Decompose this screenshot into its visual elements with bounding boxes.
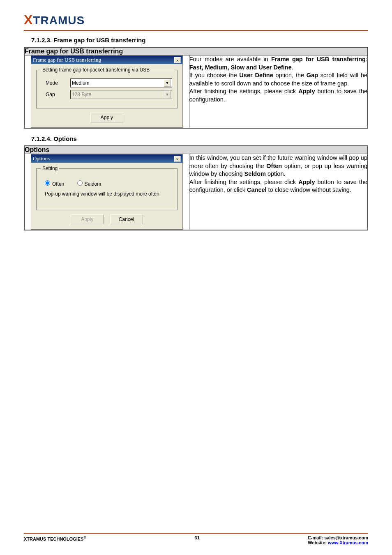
radio-often-label[interactable]: Often (45, 181, 64, 187)
table-title-framegap: Frame gap for USB transferring (24, 47, 368, 55)
label-gap: Gap (42, 92, 70, 97)
fieldset-framegap: Setting frame gap for packet transferrin… (36, 70, 178, 108)
section-heading-options: 7.1.2.4. Options (31, 135, 368, 142)
button-row-options: Apply Cancel (35, 214, 178, 224)
popup-description: Pop-up warning window will be displayed … (45, 191, 169, 197)
radio-row: Often Seldom (45, 180, 169, 187)
footer-email-label: E-mail: (308, 535, 325, 540)
text: option, the (273, 72, 307, 78)
page-header: XTRAMUS (24, 12, 368, 31)
text-bold: Apply (298, 179, 315, 185)
row-gap: Gap 128 Byte ▼ (42, 90, 172, 99)
logo: XTRAMUS (24, 14, 85, 27)
text-bold: Seldom (244, 170, 266, 177)
text-bold: Often (266, 163, 282, 169)
window-title-text: Frame gap for USB transferring (33, 57, 101, 63)
section-heading-framegap: 7.1.2.3. Frame gap for USB transferring (31, 37, 368, 44)
text: After finishing the settings, please cli… (189, 88, 298, 94)
radio-seldom-text: Seldom (85, 181, 101, 187)
text: option. (266, 170, 286, 177)
footer-right: E-mail: sales@xtramus.com Website: www.X… (308, 535, 368, 545)
row-mode: Mode Medium ▼ (42, 78, 172, 88)
radio-seldom[interactable] (77, 180, 83, 186)
footer-email: sales@xtramus.com (324, 535, 368, 540)
text: : (366, 56, 367, 62)
text: to close window without saving. (267, 187, 351, 193)
select-mode[interactable]: Medium ▼ (70, 78, 172, 88)
window-titlebar-options: Options × (31, 154, 182, 163)
footer-site-link[interactable]: www.Xtramus.com (328, 540, 368, 545)
logo-rest: TRAMUS (33, 14, 85, 27)
fieldset-options: Setting Often Seldom Pop-up warning wind… (36, 168, 178, 210)
radio-often-text: Often (52, 181, 64, 187)
fieldset-legend-framegap: Setting frame gap for packet transferrin… (41, 67, 151, 73)
chevron-down-icon[interactable]: ▼ (164, 79, 171, 87)
window-options: Options × Setting Often Seldom Pop-up wa… (31, 154, 183, 230)
label-mode: Mode (42, 80, 70, 86)
cell-description-options: In this window, you can set if the futur… (189, 154, 368, 230)
text: . (292, 64, 293, 71)
select-gap-value: 128 Byte (72, 92, 91, 97)
table-options: Options Options × Setting Often Seldom P… (24, 145, 368, 230)
text-bold: User Define (239, 72, 273, 78)
footer-registered: ® (83, 535, 86, 539)
text-bold: Apply (298, 88, 315, 94)
window-body-options: Setting Often Seldom Pop-up warning wind… (31, 163, 182, 229)
close-icon[interactable]: × (174, 57, 181, 63)
fieldset-legend-options: Setting (41, 166, 59, 171)
close-icon[interactable]: × (174, 156, 181, 162)
cell-screenshot-framegap: Frame gap for USB transferring × Setting… (24, 55, 189, 129)
text-bold: Cancel (247, 187, 267, 193)
table-title-options: Options (24, 146, 368, 154)
select-gap: 128 Byte ▼ (70, 90, 172, 99)
window-framegap: Frame gap for USB transferring × Setting… (31, 55, 183, 128)
chevron-down-icon: ▼ (164, 91, 171, 98)
radio-often[interactable] (45, 180, 50, 186)
radio-seldom-label[interactable]: Seldom (77, 181, 101, 187)
text-bold: Gap (307, 72, 318, 78)
cell-screenshot-options: Options × Setting Often Seldom Pop-up wa… (24, 154, 189, 230)
footer-page-number: 31 (86, 535, 308, 540)
window-titlebar-framegap: Frame gap for USB transferring × (31, 56, 182, 64)
apply-button[interactable]: Apply (71, 214, 104, 224)
button-row-framegap: Apply (35, 113, 178, 122)
text-bold: Frame gap for USB transferring (271, 56, 366, 62)
table-framegap: Frame gap for USB transferring Frame gap… (24, 47, 368, 129)
text: After finishing the settings, please cli… (189, 179, 298, 185)
window-title-text: Options (33, 155, 50, 162)
text-bold: Fast, Medium, Slow and User Define (189, 64, 292, 71)
page-footer: XTRAMUS TECHNOLOGIES® 31 E-mail: sales@x… (24, 533, 368, 545)
select-mode-value: Medium (72, 80, 90, 86)
cell-description-framegap: Four modes are available in Frame gap fo… (189, 55, 368, 129)
text: If you choose the (189, 72, 240, 78)
window-body-framegap: Setting frame gap for packet transferrin… (31, 64, 182, 127)
apply-button[interactable]: Apply (90, 113, 123, 122)
footer-company: XTRAMUS TECHNOLOGIES (24, 537, 83, 541)
footer-left: XTRAMUS TECHNOLOGIES® (24, 535, 86, 541)
text: Four modes are available in (189, 56, 271, 62)
logo-x: X (24, 12, 33, 27)
cancel-button[interactable]: Cancel (110, 214, 143, 224)
footer-site-label: Website: (308, 540, 328, 545)
